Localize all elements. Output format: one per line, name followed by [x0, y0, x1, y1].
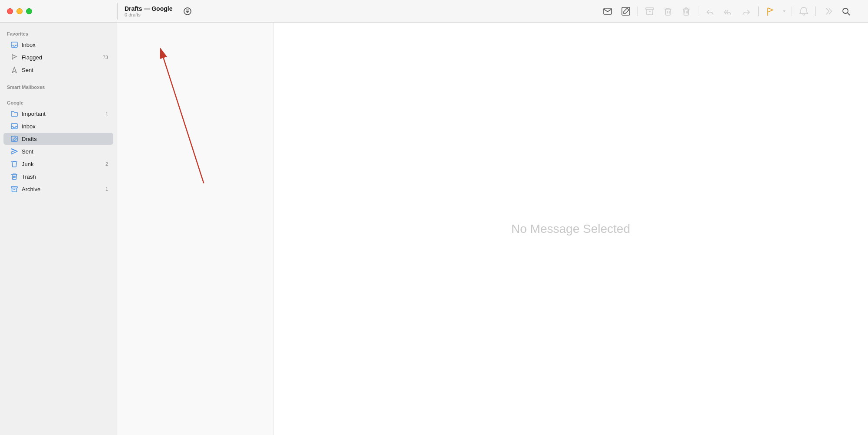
- trash-icon: [10, 173, 18, 180]
- flag-dropdown-button[interactable]: [780, 3, 788, 20]
- archive-sidebar-icon: [10, 185, 18, 193]
- reply-all-icon: [723, 7, 733, 16]
- section-header-smart: Smart Mailboxes: [0, 81, 117, 92]
- reply-all-button[interactable]: [720, 3, 736, 20]
- sidebar-item-label: Sent: [22, 67, 100, 73]
- svg-line-12: [684, 10, 685, 13]
- window-subtitle: 0 drafts: [125, 12, 172, 17]
- sidebar-item-fav-inbox[interactable]: Inbox: [3, 39, 113, 51]
- minimize-button[interactable]: [16, 8, 23, 14]
- forward-icon: [742, 7, 751, 16]
- flag-sidebar-icon: [10, 53, 18, 61]
- maximize-button[interactable]: [26, 8, 32, 14]
- sidebar-item-label: Flagged: [22, 54, 100, 61]
- svg-line-13: [687, 10, 688, 13]
- flag-button[interactable]: [762, 3, 779, 20]
- sent-google-icon: [10, 147, 18, 155]
- sidebar-item-badge: 2: [100, 161, 108, 167]
- chevron-down-icon: [782, 9, 786, 13]
- sent-icon: [10, 66, 18, 74]
- sidebar-item-g-important[interactable]: Important 1: [3, 108, 113, 120]
- search-button[interactable]: [838, 3, 854, 20]
- svg-point-14: [843, 8, 848, 13]
- inbox-icon: [10, 41, 18, 49]
- titlebar-center: Drafts — Google 0 drafts: [117, 3, 868, 20]
- sidebar-item-label: Archive: [22, 186, 100, 193]
- svg-rect-23: [11, 186, 17, 188]
- titlebar: Drafts — Google 0 drafts: [0, 0, 868, 23]
- sidebar-item-g-sent[interactable]: Sent: [3, 145, 113, 157]
- sidebar: Favorites Inbox Flagged 73: [0, 23, 117, 435]
- sidebar-item-fav-sent[interactable]: Sent: [3, 64, 113, 76]
- sidebar-item-g-archive[interactable]: Archive 1: [3, 183, 113, 195]
- close-button[interactable]: [7, 8, 13, 14]
- no-message-label: No Message Selected: [511, 222, 630, 236]
- toolbar-actions: [599, 3, 861, 20]
- sidebar-item-label: Trash: [22, 173, 100, 180]
- mark-read-icon: [603, 7, 612, 16]
- search-icon: [841, 7, 851, 16]
- sidebar-item-fav-flagged[interactable]: Flagged 73: [3, 51, 113, 63]
- archive-icon: [645, 7, 654, 16]
- filter-button[interactable]: [179, 3, 196, 20]
- annotation-arrow: [117, 23, 273, 435]
- sidebar-item-g-inbox[interactable]: Inbox: [3, 120, 113, 132]
- archive-button[interactable]: [641, 3, 658, 20]
- sidebar-item-label: Drafts: [22, 136, 100, 142]
- sidebar-item-badge: 73: [100, 55, 108, 60]
- sidebar-item-g-drafts[interactable]: Drafts: [3, 133, 113, 145]
- sidebar-item-badge: 1: [100, 111, 108, 116]
- svg-line-15: [848, 13, 850, 15]
- svg-rect-4: [604, 8, 612, 14]
- detail-panel: No Message Selected: [273, 23, 868, 435]
- mark-read-button[interactable]: [599, 3, 616, 20]
- message-list-panel: [117, 23, 273, 435]
- folder-icon: [10, 110, 18, 118]
- sidebar-item-g-trash[interactable]: Trash: [3, 170, 113, 183]
- more-button[interactable]: [819, 3, 836, 20]
- forward-button[interactable]: [738, 3, 755, 20]
- compose-icon: [621, 7, 631, 16]
- delete-button[interactable]: [660, 3, 676, 20]
- more-icon: [823, 7, 832, 16]
- svg-rect-6: [646, 8, 654, 10]
- section-header-google: Google: [0, 97, 117, 107]
- sidebar-item-badge: 1: [100, 186, 108, 192]
- junk-sidebar-icon: [10, 160, 18, 168]
- reply-icon: [705, 7, 715, 16]
- junk-icon: [681, 7, 691, 16]
- flag-icon: [766, 7, 775, 16]
- compose-button[interactable]: [618, 3, 634, 20]
- sidebar-item-label: Inbox: [22, 123, 100, 130]
- window-title-group: Drafts — Google 0 drafts: [125, 5, 172, 17]
- junk-button[interactable]: [678, 3, 694, 20]
- bell-icon: [799, 7, 809, 16]
- svg-line-25: [161, 49, 204, 183]
- titlebar-left: [0, 8, 117, 14]
- drafts-icon: [10, 135, 18, 143]
- traffic-lights: [7, 8, 32, 14]
- sidebar-item-label: Important: [22, 111, 100, 117]
- main-content: Favorites Inbox Flagged 73: [0, 23, 868, 435]
- sidebar-item-label: Sent: [22, 148, 100, 155]
- delete-icon: [663, 7, 673, 16]
- filter-icon: [183, 7, 192, 16]
- sidebar-item-g-junk[interactable]: Junk 2: [3, 158, 113, 170]
- section-header-favorites: Favorites: [0, 28, 117, 38]
- reply-button[interactable]: [702, 3, 718, 20]
- sidebar-item-label: Junk: [22, 161, 100, 167]
- notify-button[interactable]: [796, 3, 812, 20]
- svg-rect-5: [622, 7, 630, 15]
- window-title: Drafts — Google: [125, 5, 172, 12]
- inbox-google-icon: [10, 122, 18, 130]
- sidebar-item-label: Inbox: [22, 42, 100, 48]
